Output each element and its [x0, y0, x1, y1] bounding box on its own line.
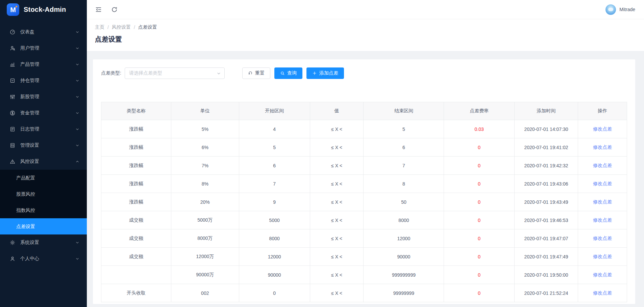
table-header: 类型名称单位开始区间值结束区间点差费率添加时间操作	[101, 102, 627, 120]
cell-action: 修改点差	[578, 193, 627, 211]
table-row: 涨跌幅20%9≤ X <5002020-07-01 19:43:49修改点差	[101, 193, 627, 211]
page-header: 主页 / 风控设置 / 点差设置 点差设置	[87, 19, 644, 51]
sidebar-item[interactable]: 新股管理	[0, 89, 87, 105]
user-avatar[interactable]	[605, 4, 616, 15]
sidebar-item-label: 持仓管理	[20, 78, 71, 84]
cell-rate: 0	[444, 284, 515, 302]
cell-type: 成交额	[101, 229, 171, 248]
sidebar-subitem-active[interactable]: 点差设置	[0, 218, 87, 234]
product-icon	[9, 61, 16, 67]
cell-time: 2020-07-01 19:47:49	[514, 248, 578, 266]
cell-type: 涨跌幅	[101, 175, 171, 193]
sidebar-item[interactable]: 管理设置	[0, 137, 87, 154]
chevron-down-icon	[75, 46, 79, 50]
column-header: 操作	[578, 102, 627, 120]
sidebar-item[interactable]: 系统设置	[0, 234, 87, 251]
cell-time: 2020-07-01 14:07:30	[514, 120, 578, 138]
modify-spread-link[interactable]: 修改点差	[593, 235, 612, 241]
user-menu[interactable]: Mitrade	[605, 4, 635, 15]
sidebar-item-label: 管理设置	[20, 142, 71, 148]
sidebar-subitem[interactable]: 产品配置	[0, 170, 87, 186]
cell-cmp: ≤ X <	[310, 175, 364, 193]
select-placeholder: 请选择点差类型	[129, 70, 217, 76]
profile-icon	[9, 256, 16, 262]
cell-end: 12000	[364, 229, 444, 248]
chevron-down-icon	[75, 30, 79, 34]
modify-spread-link[interactable]: 修改点差	[593, 272, 612, 277]
funds-icon	[9, 110, 16, 116]
sidebar-subitem[interactable]: 股票风控	[0, 186, 87, 202]
sidebar-item[interactable]: 资金管理	[0, 105, 87, 121]
cell-unit: 8000万	[171, 229, 239, 248]
risk-icon	[9, 159, 16, 165]
cell-cmp: ≤ X <	[310, 157, 364, 175]
sidebar-collapse-icon[interactable]	[95, 6, 102, 13]
modify-spread-link[interactable]: 修改点差	[593, 199, 612, 204]
cell-time: 2020-07-01 19:43:06	[514, 175, 578, 193]
sidebar-nav: 仪表盘用户管理产品管理持仓管理新股管理资金管理日志管理管理设置风控设置产品配置股…	[0, 19, 87, 307]
sidebar: M Stock-Admin 仪表盘用户管理产品管理持仓管理新股管理资金管理日志管…	[0, 0, 87, 307]
sidebar-item[interactable]: 产品管理	[0, 56, 87, 73]
modify-spread-link[interactable]: 修改点差	[593, 254, 612, 259]
breadcrumb-risk-settings[interactable]: 风控设置	[112, 24, 131, 30]
cell-time: 2020-07-01 19:50:00	[514, 266, 578, 284]
spread-type-select[interactable]: 请选择点差类型	[125, 67, 225, 79]
logo-letter: M	[10, 6, 16, 13]
cell-time: 2020-07-01 19:43:49	[514, 193, 578, 211]
sidebar-item[interactable]: 个人中心	[0, 251, 87, 267]
app-logo[interactable]: M Stock-Admin	[0, 0, 87, 19]
modify-spread-link[interactable]: 修改点差	[593, 290, 612, 296]
table-row: 开头收取0020≤ X <9999999902020-07-01 21:52:2…	[101, 284, 627, 302]
add-spread-button[interactable]: 添加点差	[306, 67, 344, 79]
sidebar-subitem[interactable]: 指数风控	[0, 202, 87, 218]
table-row: 成交额12000万12000≤ X <9000002020-07-01 19:4…	[101, 248, 627, 266]
cell-type	[101, 266, 171, 284]
cell-start: 0	[239, 284, 310, 302]
sidebar-item-label: 资金管理	[20, 110, 71, 116]
cell-action: 修改点差	[578, 157, 627, 175]
breadcrumb-home[interactable]: 主页	[95, 24, 104, 30]
cell-rate: 0.03	[444, 120, 515, 138]
sidebar-item[interactable]: 风控设置	[0, 154, 87, 170]
chevron-down-icon	[75, 127, 79, 131]
modify-spread-link[interactable]: 修改点差	[593, 217, 612, 223]
cell-type: 涨跌幅	[101, 157, 171, 175]
cell-cmp: ≤ X <	[310, 266, 364, 284]
search-button[interactable]: 查询	[274, 67, 302, 79]
app-root: M Stock-Admin 仪表盘用户管理产品管理持仓管理新股管理资金管理日志管…	[0, 0, 644, 307]
sidebar-item[interactable]: 用户管理	[0, 40, 87, 56]
modify-spread-link[interactable]: 修改点差	[593, 144, 612, 150]
user-name[interactable]: Mitrade	[619, 7, 635, 12]
modify-spread-link[interactable]: 修改点差	[593, 163, 612, 168]
cell-unit: 6%	[171, 138, 239, 157]
table-row: 涨跌幅7%6≤ X <702020-07-01 19:42:32修改点差	[101, 157, 627, 175]
add-spread-button-label: 添加点差	[319, 70, 338, 76]
cell-end: 6	[364, 138, 444, 157]
table-row: 涨跌幅6%5≤ X <602020-07-01 19:41:02修改点差	[101, 138, 627, 157]
modify-spread-link[interactable]: 修改点差	[593, 181, 612, 186]
modify-spread-link[interactable]: 修改点差	[593, 126, 612, 132]
cell-type: 成交额	[101, 248, 171, 266]
sidebar-item[interactable]: 持仓管理	[0, 73, 87, 89]
sidebar-item-label: 新股管理	[20, 94, 71, 100]
position-icon	[9, 78, 16, 84]
cell-rate: 0	[444, 193, 515, 211]
sidebar-item[interactable]: 仪表盘	[0, 24, 87, 40]
column-header: 添加时间	[514, 102, 578, 120]
cell-end: 8000	[364, 211, 444, 229]
cell-unit: 12000万	[171, 248, 239, 266]
refresh-icon[interactable]	[111, 6, 118, 13]
reset-button[interactable]: 重置	[242, 67, 270, 79]
cell-cmp: ≤ X <	[310, 229, 364, 248]
sidebar-item-label: 风控设置	[20, 159, 71, 165]
sidebar-item[interactable]: 日志管理	[0, 121, 87, 137]
chevron-down-icon	[75, 79, 79, 83]
cell-type: 涨跌幅	[101, 138, 171, 157]
cell-end: 50	[364, 193, 444, 211]
table-body: 涨跌幅5%4≤ X <50.032020-07-01 14:07:30修改点差涨…	[101, 120, 627, 302]
cell-time: 2020-07-01 21:52:24	[514, 284, 578, 302]
cell-unit: 5000万	[171, 211, 239, 229]
search-button-label: 查询	[287, 70, 297, 76]
spread-table: 类型名称单位开始区间值结束区间点差费率添加时间操作 涨跌幅5%4≤ X <50.…	[101, 102, 627, 302]
cell-action: 修改点差	[578, 211, 627, 229]
